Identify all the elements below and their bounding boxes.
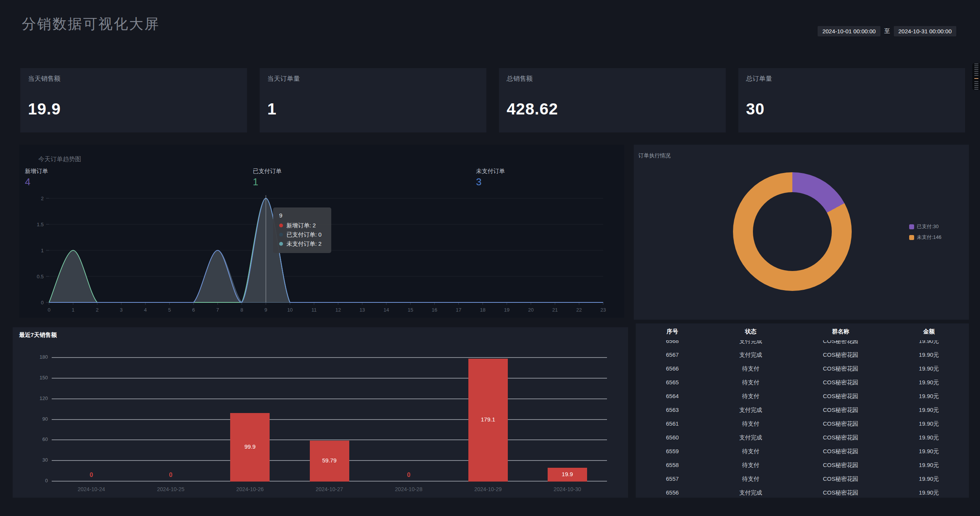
x-tick-label: 19 <box>504 307 509 313</box>
table-row[interactable]: 6561待支付COS秘密花园19.90元 <box>636 417 969 431</box>
x-tick-label: 2024-10-28 <box>369 486 448 492</box>
scrollbar-stripe <box>974 89 978 90</box>
donut-panel: 订单执行情况 已支付:30未支付:146 <box>634 145 969 320</box>
bar-value-label: 99.9 <box>230 443 270 450</box>
scrollbar-stripe <box>974 87 978 88</box>
x-tick-label: 15 <box>407 307 413 313</box>
scrollbar-stripe <box>974 85 978 86</box>
cell-amount: 19.90元 <box>889 348 969 362</box>
cell-amount: 19.90元 <box>889 472 969 486</box>
cell-status: 支付完成 <box>709 431 792 444</box>
page-title: 分销数据可视化大屏 <box>22 15 160 34</box>
x-tick-label: 18 <box>480 307 485 313</box>
legend-item[interactable]: 已支付:30 <box>909 223 941 230</box>
table-row[interactable]: 6559待支付COS秘密花园19.90元 <box>636 444 969 458</box>
table-header-row: 序号状态群名称金额 <box>636 323 969 335</box>
y-tick-label: 150 <box>24 375 48 380</box>
table-row[interactable]: 6566待支付COS秘密花园19.90元 <box>636 362 969 376</box>
y-tick-label: 1.5 <box>37 222 44 227</box>
cell-group: COS秘密花园 <box>792 472 889 486</box>
scrollbar-widget[interactable] <box>972 63 980 90</box>
cell-status: 待支付 <box>709 458 792 472</box>
cell-status: 待支付 <box>709 376 792 389</box>
x-tick-label: 2024-10-29 <box>448 486 528 492</box>
tooltip-items: 新增订单: 2已支付订单: 0未支付订单: 2 <box>279 221 325 248</box>
scrollbar-stripe <box>974 73 978 74</box>
cell-status: 支付完成 <box>709 403 792 417</box>
x-tick-label: 14 <box>384 307 389 313</box>
table-row[interactable]: 6560支付完成COS秘密花园19.90元 <box>636 431 969 444</box>
y-tick-label: 90 <box>24 416 48 422</box>
x-tick-label: 2 <box>96 307 98 313</box>
cell-id: 6567 <box>636 348 709 362</box>
stat-card: 总销售额428.62 <box>499 68 726 132</box>
cell-amount: 19.90元 <box>889 458 969 472</box>
table-row[interactable]: 6568支付完成COS秘密花园19.90元 <box>636 340 969 348</box>
cell-group: COS秘密花园 <box>792 389 889 403</box>
bar-zero-label: 0 <box>131 472 210 478</box>
cell-group: COS秘密花园 <box>792 340 889 348</box>
tooltip-series-dot <box>279 233 283 237</box>
cell-id: 6565 <box>636 376 709 389</box>
bar-value-label: 59.79 <box>310 457 349 464</box>
tooltip-series-dot <box>279 224 283 227</box>
stat-card: 当天销售额19.9 <box>20 68 247 132</box>
tooltip-series-text: 未支付订单: 2 <box>286 239 322 248</box>
table-row[interactable]: 6567支付完成COS秘密花园19.90元 <box>636 348 969 362</box>
bar-plot: 0099.959.790179.119.9 <box>52 358 607 482</box>
cell-status: 支付完成 <box>709 348 792 362</box>
bar[interactable]: 179.1 <box>468 359 508 482</box>
chart-tooltip: 9 新增订单: 2已支付订单: 0未支付订单: 2 <box>273 207 331 253</box>
bar[interactable]: 19.9 <box>548 468 587 482</box>
cell-amount: 19.90元 <box>889 362 969 376</box>
tooltip-series-text: 已支付订单: 0 <box>286 230 322 239</box>
y-tick-label: 60 <box>24 436 48 442</box>
cell-amount: 19.90元 <box>889 486 969 495</box>
gridline <box>52 378 607 379</box>
scrollbar-stripe <box>974 67 978 68</box>
stat-card-label: 当天销售额 <box>28 74 239 83</box>
table-row[interactable]: 6563支付完成COS秘密花园19.90元 <box>636 403 969 417</box>
cell-id: 6566 <box>636 362 709 376</box>
bar[interactable]: 59.79 <box>310 441 349 482</box>
cell-group: COS秘密花园 <box>792 486 889 495</box>
bar[interactable]: 99.9 <box>230 413 270 482</box>
x-tick-label: 10 <box>287 307 293 313</box>
stat-card-label: 总销售额 <box>507 74 718 83</box>
x-tick-label: 2024-10-27 <box>290 486 369 492</box>
table-header-cell: 序号 <box>636 328 709 335</box>
cell-id: 6559 <box>636 444 709 458</box>
table-row[interactable]: 6558待支付COS秘密花园19.90元 <box>636 458 969 472</box>
x-tick-label: 3 <box>120 307 123 313</box>
cell-id: 6556 <box>636 486 709 495</box>
x-tick-label: 1 <box>72 307 74 313</box>
table-header-cell: 状态 <box>709 328 792 335</box>
cell-group: COS秘密花园 <box>792 458 889 472</box>
cell-group: COS秘密花园 <box>792 362 889 376</box>
date-end-input[interactable]: 2024-10-31 00:00:00 <box>894 26 956 36</box>
date-range-separator: 至 <box>884 28 890 35</box>
y-tick-label: 120 <box>24 395 48 401</box>
x-tick-label: 2024-10-24 <box>52 486 131 492</box>
tooltip-series-dot <box>279 242 283 246</box>
tooltip-series-text: 新增订单: 2 <box>286 221 316 230</box>
table-row[interactable]: 6557待支付COS秘密花园19.90元 <box>636 472 969 486</box>
cell-id: 6563 <box>636 403 709 417</box>
x-tick-label: 2024-10-26 <box>210 486 290 492</box>
cell-amount: 19.90元 <box>889 417 969 431</box>
y-tick-label: 0 <box>41 300 44 305</box>
legend-item[interactable]: 未支付:146 <box>909 234 941 241</box>
table-row[interactable]: 6564待支付COS秘密花园19.90元 <box>636 389 969 403</box>
x-tick-label: 2024-10-25 <box>131 486 210 492</box>
table-row[interactable]: 6556支付完成COS秘密花园19.90元 <box>636 486 969 495</box>
cell-amount: 19.90元 <box>889 340 969 348</box>
date-start-input[interactable]: 2024-10-01 00:00:00 <box>818 26 880 36</box>
stat-card-value: 428.62 <box>507 100 718 118</box>
y-tick-label: 180 <box>24 354 48 360</box>
table-row[interactable]: 6565待支付COS秘密花园19.90元 <box>636 376 969 389</box>
table-body[interactable]: 6568支付完成COS秘密花园19.90元6567支付完成COS秘密花园19.9… <box>636 340 969 495</box>
scrollbar-stripe <box>974 71 978 72</box>
cell-group: COS秘密花园 <box>792 403 889 417</box>
cell-status: 待支付 <box>709 472 792 486</box>
cell-amount: 19.90元 <box>889 431 969 444</box>
